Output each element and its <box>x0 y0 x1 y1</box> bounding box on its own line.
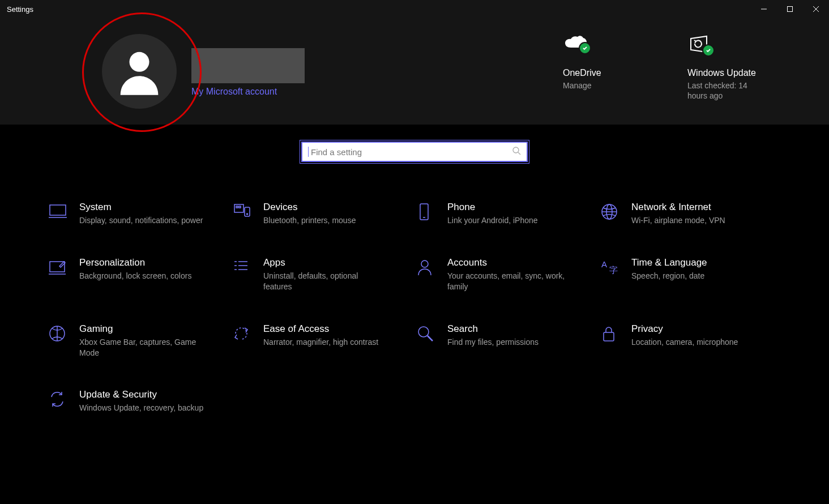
lock-icon <box>600 323 631 343</box>
ease-of-access-icon <box>232 323 263 343</box>
svg-rect-11 <box>239 206 241 208</box>
category-title: Privacy <box>631 323 738 335</box>
category-title: Search <box>447 323 539 335</box>
personalization-icon <box>48 257 79 275</box>
windows-update-title: Windows Update <box>687 68 767 78</box>
onedrive-tile[interactable]: OneDrive Manage <box>563 34 642 101</box>
category-phone[interactable]: PhoneLink your Android, iPhone <box>416 202 600 226</box>
svg-point-5 <box>513 147 519 153</box>
category-title: Ease of Access <box>263 323 378 335</box>
category-desc: Xbox Game Bar, captures, Game Mode <box>79 337 204 358</box>
header-region: Settings My Microsoft account OneDrive M… <box>0 0 829 125</box>
svg-rect-10 <box>236 206 238 208</box>
search-icon <box>512 146 521 157</box>
update-security-icon <box>48 389 79 408</box>
category-update[interactable]: Update & SecurityWindows Update, recover… <box>48 389 232 413</box>
gaming-icon <box>48 323 79 343</box>
svg-rect-9 <box>234 204 243 212</box>
main-region: SystemDisplay, sound, notifications, pow… <box>0 125 829 413</box>
minimize-button[interactable] <box>751 0 777 18</box>
category-desc: Background, lock screen, colors <box>79 271 191 281</box>
category-desc: Windows Update, recovery, backup <box>79 403 203 413</box>
window-title: Settings <box>7 5 33 14</box>
category-title: Update & Security <box>79 389 203 400</box>
avatar-wrap <box>102 34 181 113</box>
category-desc: Display, sound, notifications, power <box>79 215 203 226</box>
windows-update-icon <box>687 34 767 62</box>
maximize-button[interactable] <box>777 0 803 18</box>
check-badge-icon <box>579 42 591 54</box>
category-personalization[interactable]: PersonalizationBackground, lock screen, … <box>48 257 232 292</box>
profile-info: My Microsoft account <box>191 48 305 97</box>
category-title: System <box>79 202 203 213</box>
category-gaming[interactable]: GamingXbox Game Bar, captures, Game Mode <box>48 323 232 358</box>
svg-text:字: 字 <box>609 265 618 275</box>
svg-rect-1 <box>788 7 793 12</box>
svg-line-33 <box>428 336 433 341</box>
category-time[interactable]: A字 Time & LanguageSpeech, region, date <box>600 257 784 292</box>
svg-text:A: A <box>601 259 607 269</box>
microsoft-account-link[interactable]: My Microsoft account <box>191 87 277 97</box>
time-language-icon: A字 <box>600 257 631 276</box>
category-privacy[interactable]: PrivacyLocation, camera, microphone <box>600 323 784 358</box>
category-desc: Link your Android, iPhone <box>447 215 538 226</box>
onedrive-title: OneDrive <box>563 68 642 78</box>
onedrive-icon <box>563 34 642 62</box>
accounts-icon <box>416 257 447 276</box>
category-title: Devices <box>263 202 356 213</box>
category-desc: Bluetooth, printers, mouse <box>263 215 356 226</box>
svg-point-4 <box>130 52 149 72</box>
avatar[interactable] <box>102 34 177 109</box>
category-desc: Location, camera, microphone <box>631 337 738 348</box>
category-desc: Your accounts, email, sync, work, family <box>447 271 572 292</box>
search-wrap <box>0 142 829 162</box>
category-desc: Narrator, magnifier, high contrast <box>263 337 378 348</box>
category-search[interactable]: SearchFind my files, permissions <box>416 323 600 358</box>
category-desc: Wi-Fi, airplane mode, VPN <box>631 215 725 226</box>
svg-point-13 <box>247 213 248 215</box>
category-title: Gaming <box>79 323 204 335</box>
category-title: Network & Internet <box>631 202 725 213</box>
globe-icon <box>600 202 631 221</box>
system-icon <box>48 202 79 220</box>
profile-section: My Microsoft account <box>102 34 305 113</box>
onedrive-subtitle: Manage <box>563 80 642 91</box>
svg-point-27 <box>421 260 428 267</box>
devices-icon <box>232 202 263 220</box>
category-accounts[interactable]: AccountsYour accounts, email, sync, work… <box>416 257 600 292</box>
status-row: OneDrive Manage Windows Update Last chec… <box>563 34 767 101</box>
phone-icon <box>416 202 447 221</box>
category-title: Phone <box>447 202 538 213</box>
window-buttons <box>751 0 829 18</box>
category-title: Personalization <box>79 257 191 268</box>
search-input[interactable] <box>310 147 512 157</box>
category-desc: Find my files, permissions <box>447 337 539 348</box>
windows-update-subtitle: Last checked: 14 hours ago <box>687 80 767 101</box>
category-system[interactable]: SystemDisplay, sound, notifications, pow… <box>48 202 232 226</box>
svg-point-32 <box>418 327 429 337</box>
close-button[interactable] <box>803 0 829 18</box>
category-desc: Speech, region, date <box>631 271 707 281</box>
category-ease[interactable]: Ease of AccessNarrator, magnifier, high … <box>232 323 416 358</box>
check-badge-icon <box>702 44 715 57</box>
text-caret <box>308 147 309 157</box>
profile-name-redacted <box>191 48 305 83</box>
svg-rect-7 <box>50 205 66 215</box>
svg-line-6 <box>518 152 520 155</box>
category-desc: Uninstall, defaults, optional features <box>263 271 388 292</box>
category-devices[interactable]: DevicesBluetooth, printers, mouse <box>232 202 416 226</box>
windows-update-tile[interactable]: Windows Update Last checked: 14 hours ag… <box>687 34 767 101</box>
category-title: Time & Language <box>631 257 707 268</box>
category-network[interactable]: Network & InternetWi-Fi, airplane mode, … <box>600 202 784 226</box>
svg-rect-34 <box>604 332 614 341</box>
apps-icon <box>232 257 263 275</box>
search-category-icon <box>416 323 447 343</box>
category-apps[interactable]: AppsUninstall, defaults, optional featur… <box>232 257 416 292</box>
category-title: Accounts <box>447 257 572 268</box>
person-icon <box>111 43 168 100</box>
titlebar: Settings <box>0 0 829 18</box>
category-title: Apps <box>263 257 388 268</box>
search-box[interactable] <box>301 142 528 162</box>
categories-grid: SystemDisplay, sound, notifications, pow… <box>0 202 829 413</box>
